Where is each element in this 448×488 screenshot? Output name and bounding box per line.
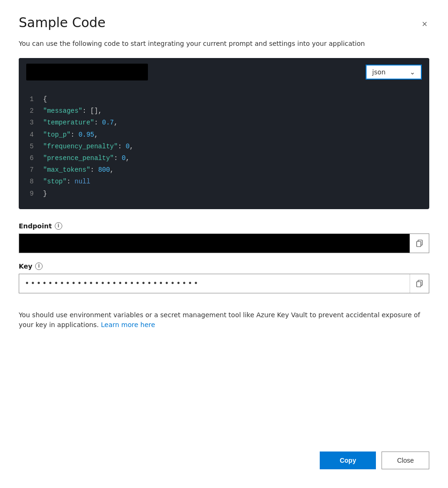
code-content: "top_p": 0.95,: [43, 129, 98, 141]
code-content: "temperature": 0.7,: [43, 117, 118, 129]
line-number: 5: [26, 141, 34, 153]
copy-icon: [416, 280, 423, 287]
endpoint-copy-button[interactable]: [410, 234, 429, 253]
line-number: 8: [26, 176, 34, 188]
code-content: "stop": null: [43, 176, 90, 188]
code-content: {: [43, 94, 47, 105]
dialog-close-button[interactable]: ×: [420, 17, 429, 31]
key-info-icon[interactable]: i: [35, 262, 43, 270]
line-number: 2: [26, 105, 34, 117]
svg-rect-1: [417, 241, 421, 247]
code-panel-title-redacted: [26, 64, 148, 80]
code-content: "frequency_penalty": 0,: [43, 141, 133, 153]
copy-icon: [416, 240, 423, 247]
code-line-5: 5 "frequency_penalty": 0,: [26, 141, 420, 153]
key-copy-button[interactable]: [410, 274, 429, 293]
key-label: Key i: [19, 262, 429, 270]
key-input-container: ••••••••••••••••••••••••••••••: [19, 274, 429, 293]
line-number: 3: [26, 117, 34, 129]
security-note-text: You should use environment variables or …: [19, 311, 420, 328]
endpoint-section: Endpoint i: [19, 222, 429, 262]
code-line-3: 3 "temperature": 0.7,: [26, 117, 420, 129]
code-panel: json ⌄ 1 { 2 "messages": [], 3 "temperat: [19, 58, 429, 209]
copy-button[interactable]: Copy: [320, 452, 376, 469]
language-select-label: json: [372, 68, 386, 76]
line-number: 1: [26, 94, 34, 105]
security-note: You should use environment variables or …: [19, 310, 429, 330]
dialog-title: Sample Code: [19, 15, 106, 31]
learn-more-link[interactable]: Learn more here: [101, 321, 155, 328]
sample-code-dialog: Sample Code × You can use the following …: [0, 0, 448, 488]
dialog-header: Sample Code ×: [19, 15, 429, 31]
code-content: "max_tokens": 800,: [43, 164, 114, 176]
endpoint-input-container: [19, 233, 429, 253]
code-content: }: [43, 188, 47, 200]
code-line-9: 9 }: [26, 188, 420, 200]
key-input-masked: ••••••••••••••••••••••••••••••: [19, 274, 410, 293]
code-line-7: 7 "max_tokens": 800,: [26, 164, 420, 176]
line-number: 7: [26, 164, 34, 176]
endpoint-info-icon[interactable]: i: [55, 222, 62, 230]
code-line-1: 1 {: [26, 94, 420, 105]
dialog-description: You can use the following code to start …: [19, 39, 429, 49]
chevron-down-icon: ⌄: [410, 68, 415, 76]
code-content: "messages": [],: [43, 105, 102, 117]
code-panel-header: json ⌄: [19, 58, 429, 86]
line-number: 6: [26, 153, 34, 164]
endpoint-label: Endpoint i: [19, 222, 429, 230]
dialog-footer: Copy Close: [19, 452, 429, 469]
code-body: 1 { 2 "messages": [], 3 "temperature": 0…: [19, 86, 429, 209]
code-line-6: 6 "presence_penalty": 0,: [26, 153, 420, 164]
code-line-4: 4 "top_p": 0.95,: [26, 129, 420, 141]
line-number: 9: [26, 188, 34, 200]
code-content: "presence_penalty": 0,: [43, 153, 130, 164]
key-label-text: Key: [19, 262, 32, 270]
endpoint-input-redacted: [19, 234, 410, 253]
code-line-2: 2 "messages": [],: [26, 105, 420, 117]
language-select[interactable]: json ⌄: [366, 65, 422, 80]
svg-rect-3: [417, 282, 421, 287]
line-number: 4: [26, 129, 34, 141]
endpoint-label-text: Endpoint: [19, 222, 52, 230]
close-button[interactable]: Close: [382, 452, 429, 469]
code-line-8: 8 "stop": null: [26, 176, 420, 188]
key-section: Key i ••••••••••••••••••••••••••••••: [19, 262, 429, 303]
